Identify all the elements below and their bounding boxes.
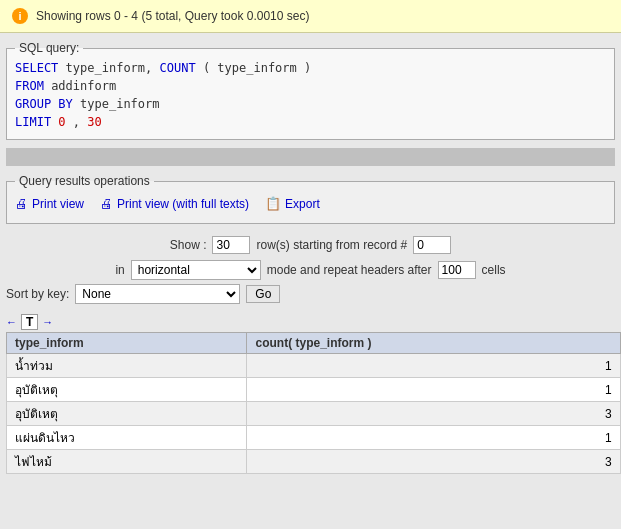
sql-select: SELECT xyxy=(15,61,58,75)
sql-limit: LIMIT xyxy=(15,115,51,129)
sql-limit-start: 0 xyxy=(58,115,65,129)
cell-count: 3 xyxy=(247,450,620,474)
sql-line-4: LIMIT 0 , 30 xyxy=(15,113,606,131)
cells-input[interactable] xyxy=(438,261,476,279)
go-button[interactable]: Go xyxy=(246,285,280,303)
table-row: อุบัติเหตุ3 xyxy=(7,402,621,426)
arrow-right[interactable]: → xyxy=(42,316,53,328)
cell-type-inform: ไฟไหม้ xyxy=(7,450,247,474)
sql-table: addinform xyxy=(51,79,116,93)
mode-select[interactable]: horizontal vertical xyxy=(131,260,261,280)
export-label: Export xyxy=(285,197,320,211)
cell-count: 1 xyxy=(247,354,620,378)
data-table: type_inform count( type_inform ) น้ำท่วม… xyxy=(6,332,621,474)
export-link[interactable]: 📋 Export xyxy=(265,196,320,211)
arrow-left[interactable]: ← xyxy=(6,316,17,328)
sql-fields: type_inform, xyxy=(66,61,160,75)
cell-type-inform: อุบัติเหตุ xyxy=(7,378,247,402)
sql-count: COUNT xyxy=(160,61,196,75)
record-input[interactable] xyxy=(413,236,451,254)
in-label: in xyxy=(115,263,124,277)
sql-line-2: FROM addinform xyxy=(15,77,606,95)
export-icon: 📋 xyxy=(265,196,281,211)
ops-row: 🖨 Print view 🖨 Print view (with full tex… xyxy=(15,192,606,215)
table-row: แผ่นดินไหว1 xyxy=(7,426,621,450)
show-label: Show : xyxy=(170,238,207,252)
controls-row2: in horizontal vertical mode and repeat h… xyxy=(6,258,615,282)
cell-count: 3 xyxy=(247,402,620,426)
controls-row1: Show : row(s) starting from record # xyxy=(6,232,615,258)
sql-from: FROM xyxy=(15,79,44,93)
print-icon: 🖨 xyxy=(15,196,28,211)
sql-query-box: SQL query: SELECT type_inform, COUNT ( t… xyxy=(6,41,615,140)
sql-code: SELECT type_inform, COUNT ( type_inform … xyxy=(15,59,606,131)
gray-separator xyxy=(6,148,615,166)
print-view-link[interactable]: 🖨 Print view xyxy=(15,196,84,211)
nav-arrows: ← T → xyxy=(6,312,621,332)
info-icon: i xyxy=(12,8,28,24)
t-box: T xyxy=(21,314,38,330)
print-full-icon: 🖨 xyxy=(100,196,113,211)
controls-row3: Sort by key: None Go xyxy=(6,282,615,308)
info-bar: i Showing rows 0 - 4 (5 total, Query too… xyxy=(0,0,621,33)
results-ops-legend: Query results operations xyxy=(15,174,154,188)
cell-type-inform: แผ่นดินไหว xyxy=(7,426,247,450)
sort-by-select[interactable]: None xyxy=(75,284,240,304)
cells-label: cells xyxy=(482,263,506,277)
sql-groupby-field: type_inform xyxy=(80,97,159,111)
table-header-row: type_inform count( type_inform ) xyxy=(7,333,621,354)
sql-groupby: GROUP BY xyxy=(15,97,73,111)
col-header-count: count( type_inform ) xyxy=(247,333,620,354)
cell-count: 1 xyxy=(247,378,620,402)
table-row: ไฟไหม้3 xyxy=(7,450,621,474)
results-ops-box: Query results operations 🖨 Print view 🖨 … xyxy=(6,174,615,224)
sql-limit-end: 30 xyxy=(87,115,101,129)
controls-area: Show : row(s) starting from record # in … xyxy=(6,232,615,308)
cell-type-inform: น้ำท่วม xyxy=(7,354,247,378)
print-view-label: Print view xyxy=(32,197,84,211)
cell-count: 1 xyxy=(247,426,620,450)
print-view-full-link[interactable]: 🖨 Print view (with full texts) xyxy=(100,196,249,211)
sql-query-legend: SQL query: xyxy=(15,41,83,55)
info-text: Showing rows 0 - 4 (5 total, Query took … xyxy=(36,9,309,23)
table-row: น้ำท่วม1 xyxy=(7,354,621,378)
mode-label: mode and repeat headers after xyxy=(267,263,432,277)
sql-limit-comma: , xyxy=(73,115,80,129)
table-row: อุบัติเหตุ1 xyxy=(7,378,621,402)
sort-by-label: Sort by key: xyxy=(6,287,69,301)
print-view-full-label: Print view (with full texts) xyxy=(117,197,249,211)
sql-line-1: SELECT type_inform, COUNT ( type_inform … xyxy=(15,59,606,77)
show-input[interactable] xyxy=(212,236,250,254)
rows-starting-label: row(s) starting from record # xyxy=(256,238,407,252)
col-header-type-inform: type_inform xyxy=(7,333,247,354)
sql-count-arg: ( type_inform ) xyxy=(203,61,311,75)
sql-line-3: GROUP BY type_inform xyxy=(15,95,606,113)
cell-type-inform: อุบัติเหตุ xyxy=(7,402,247,426)
